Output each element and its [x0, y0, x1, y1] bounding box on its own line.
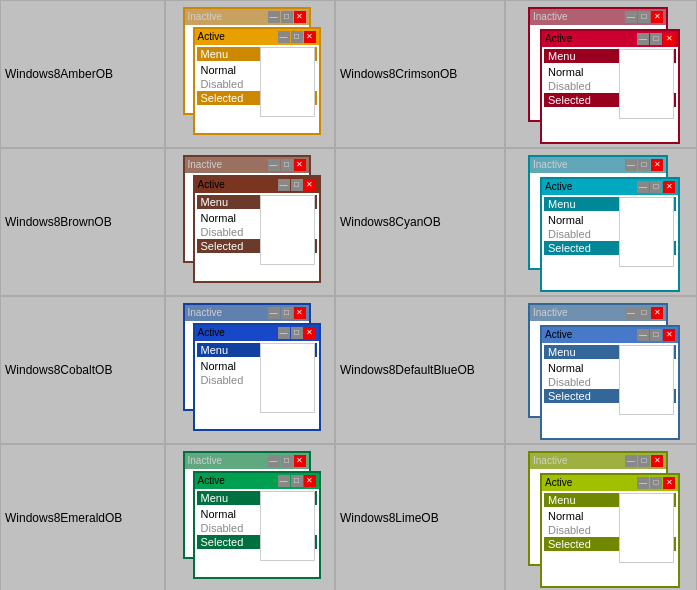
content-cyan: [619, 197, 674, 267]
close-btn-inactive-amber[interactable]: ✕: [294, 11, 306, 23]
min-btn[interactable]: —: [637, 477, 649, 489]
min-btn[interactable]: —: [268, 159, 280, 171]
preview-cyan-right: Inactive — □ ✕ Active — □ ✕: [505, 148, 697, 296]
active-label-defaultblue: Active: [545, 329, 637, 340]
label-amber: Windows8AmberOB: [0, 0, 165, 148]
min-btn[interactable]: —: [268, 455, 280, 467]
max-btn-active-amber[interactable]: □: [291, 31, 303, 43]
close-btn[interactable]: ✕: [663, 181, 675, 193]
close-btn[interactable]: ✕: [651, 159, 663, 171]
preview-defaultblue-right: Inactive — □ ✕ Active — □ ✕: [505, 296, 697, 444]
close-btn[interactable]: ✕: [294, 455, 306, 467]
theme-name-cobalt: Windows8CobaltOB: [5, 363, 112, 377]
label-emerald: Windows8EmeraldOB: [0, 444, 165, 590]
active-label-cobalt: Active: [198, 327, 278, 338]
max-btn[interactable]: □: [638, 455, 650, 467]
preview-amber-left: Inactive — □ ✕ Active — □ ✕: [165, 0, 335, 148]
content-brown: [260, 195, 315, 265]
max-btn[interactable]: □: [650, 329, 662, 341]
min-btn-inactive-crimson[interactable]: —: [625, 11, 637, 23]
titlebar-active-amber: Active — □ ✕: [195, 29, 319, 45]
content-defaultblue: [619, 345, 674, 415]
max-btn-inactive-amber[interactable]: □: [281, 11, 293, 23]
label-defaultblue: Windows8DefaultBlueOB: [335, 296, 505, 444]
content-crimson: [619, 49, 674, 119]
max-btn[interactable]: □: [638, 159, 650, 171]
inactive-label-lime: Inactive: [533, 455, 625, 466]
close-btn[interactable]: ✕: [304, 327, 316, 339]
min-btn[interactable]: —: [637, 181, 649, 193]
max-btn[interactable]: □: [281, 455, 293, 467]
min-btn-active-amber[interactable]: —: [278, 31, 290, 43]
min-btn-active-crimson[interactable]: —: [637, 33, 649, 45]
close-btn[interactable]: ✕: [304, 179, 316, 191]
close-btn[interactable]: ✕: [304, 475, 316, 487]
controls-inactive-amber[interactable]: — □ ✕: [268, 11, 306, 23]
close-btn[interactable]: ✕: [294, 159, 306, 171]
stack-brown: Inactive — □ ✕ Active — □ ✕: [183, 155, 318, 290]
min-btn[interactable]: —: [268, 307, 280, 319]
theme-name-cyan: Windows8CyanOB: [340, 215, 441, 229]
close-btn[interactable]: ✕: [294, 307, 306, 319]
preview-cobalt-left: Inactive — □ ✕ Active — □ ✕: [165, 296, 335, 444]
stack-crimson: Inactive — □ ✕ Active — □ ✕: [526, 7, 676, 142]
close-btn[interactable]: ✕: [663, 329, 675, 341]
controls-active-amber[interactable]: — □ ✕: [278, 31, 316, 43]
max-btn-active-crimson[interactable]: □: [650, 33, 662, 45]
min-btn[interactable]: —: [637, 329, 649, 341]
max-btn[interactable]: □: [638, 307, 650, 319]
theme-grid: Windows8AmberOB Inactive — □ ✕ Active: [0, 0, 697, 590]
active-label-crimson: Active: [545, 33, 637, 44]
min-btn[interactable]: —: [625, 159, 637, 171]
max-btn[interactable]: □: [281, 159, 293, 171]
titlebar-active-brown: Active — □ ✕: [195, 177, 319, 193]
inactive-label-emerald: Inactive: [188, 455, 268, 466]
theme-name-defaultblue: Windows8DefaultBlueOB: [340, 363, 475, 377]
max-btn[interactable]: □: [291, 179, 303, 191]
titlebar-active-cobalt: Active — □ ✕: [195, 325, 319, 341]
max-btn[interactable]: □: [281, 307, 293, 319]
win-active-amber: Active — □ ✕ Menu Normal Disabled Select…: [193, 27, 321, 135]
max-btn[interactable]: □: [291, 327, 303, 339]
max-btn[interactable]: □: [291, 475, 303, 487]
inactive-label-brown: Inactive: [188, 159, 268, 170]
titlebar-inactive-lime: Inactive — □ ✕: [530, 453, 666, 469]
close-btn-active-crimson[interactable]: ✕: [663, 33, 675, 45]
theme-name-brown: Windows8BrownOB: [5, 215, 112, 229]
controls-inactive-crimson[interactable]: — □ ✕: [625, 11, 663, 23]
close-btn[interactable]: ✕: [663, 477, 675, 489]
preview-brown-left: Inactive — □ ✕ Active — □ ✕: [165, 148, 335, 296]
min-btn-inactive-amber[interactable]: —: [268, 11, 280, 23]
titlebar-active-emerald: Active — □ ✕: [195, 473, 319, 489]
stack-lime: Inactive — □ ✕ Active — □ ✕: [526, 451, 676, 586]
controls-active-crimson[interactable]: — □ ✕: [637, 33, 675, 45]
close-btn-active-amber[interactable]: ✕: [304, 31, 316, 43]
min-btn[interactable]: —: [625, 307, 637, 319]
win-active-emerald: Active — □ ✕ Menu Normal Disabled Select…: [193, 471, 321, 579]
content-lime: [619, 493, 674, 563]
max-btn[interactable]: □: [650, 477, 662, 489]
close-btn[interactable]: ✕: [651, 307, 663, 319]
min-btn[interactable]: —: [278, 475, 290, 487]
stack-cyan: Inactive — □ ✕ Active — □ ✕: [526, 155, 676, 290]
min-btn[interactable]: —: [625, 455, 637, 467]
titlebar-inactive-brown: Inactive — □ ✕: [185, 157, 309, 173]
close-btn[interactable]: ✕: [651, 455, 663, 467]
max-btn-inactive-crimson[interactable]: □: [638, 11, 650, 23]
titlebar-active-crimson: Active — □ ✕: [542, 31, 678, 47]
theme-name-amber: Windows8AmberOB: [5, 67, 113, 81]
active-label-brown: Active: [198, 179, 278, 190]
titlebar-inactive-defaultblue: Inactive — □ ✕: [530, 305, 666, 321]
inactive-label-amber: Inactive: [188, 11, 268, 22]
label-lime: Windows8LimeOB: [335, 444, 505, 590]
inactive-label-cobalt: Inactive: [188, 307, 268, 318]
label-brown: Windows8BrownOB: [0, 148, 165, 296]
active-label-cyan: Active: [545, 181, 637, 192]
max-btn[interactable]: □: [650, 181, 662, 193]
titlebar-inactive-cyan: Inactive — □ ✕: [530, 157, 666, 173]
min-btn[interactable]: —: [278, 327, 290, 339]
close-btn-inactive-crimson[interactable]: ✕: [651, 11, 663, 23]
win-active-brown: Active — □ ✕ Menu Normal Disabled Select…: [193, 175, 321, 283]
min-btn[interactable]: —: [278, 179, 290, 191]
inactive-label-defaultblue: Inactive: [533, 307, 625, 318]
